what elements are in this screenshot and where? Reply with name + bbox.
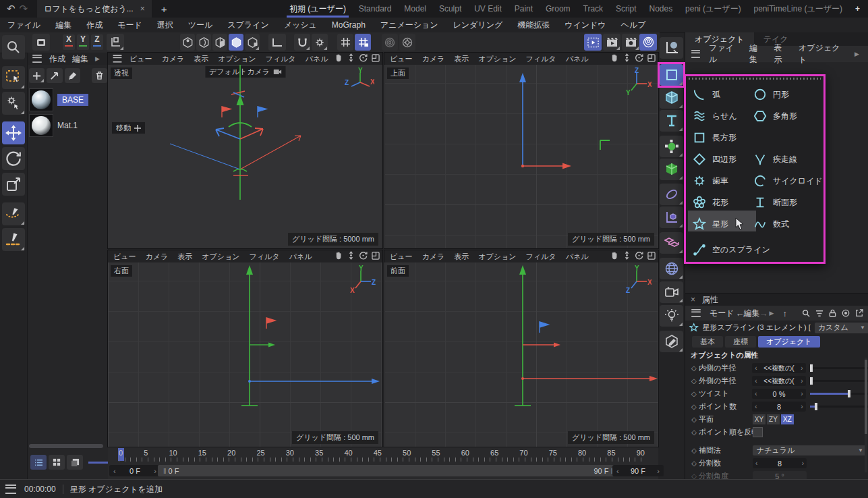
grid-toggle-button[interactable] <box>337 34 353 51</box>
live-selection-tool[interactable] <box>2 66 25 89</box>
dolly-view-icon[interactable] <box>347 251 355 260</box>
vp-menu-view[interactable]: ビュー <box>129 54 152 64</box>
vp-menu-view[interactable]: ビュー <box>390 54 413 64</box>
layout-tab-default[interactable]: 初期 (ユーザー) <box>287 0 349 18</box>
attr-up-icon[interactable]: ↑ <box>783 308 788 319</box>
vp-menu-camera[interactable]: カメラ <box>146 252 169 262</box>
jump-back-button[interactable] <box>32 34 50 51</box>
attr-section-title[interactable]: オブジェクトの属性 <box>685 348 868 362</box>
attr-search-icon[interactable] <box>802 309 810 317</box>
axis-settings-button[interactable] <box>399 34 415 51</box>
om-menu-icon[interactable] <box>691 50 700 58</box>
rotate-view-icon[interactable] <box>635 251 643 260</box>
vp-menu-display[interactable]: 表示 <box>177 252 192 262</box>
render-settings-button[interactable] <box>622 34 639 51</box>
vp-menu-filter[interactable]: フィルタ <box>526 54 556 64</box>
spline-pen-tool[interactable] <box>2 228 25 251</box>
spline-arc-tool[interactable] <box>2 202 25 225</box>
attr-lock-icon[interactable] <box>829 309 836 317</box>
vp-menu-filter[interactable]: フィルタ <box>250 252 280 262</box>
om-menu-view[interactable]: 表示 <box>774 43 790 65</box>
delete-material-button[interactable] <box>92 68 107 83</box>
vp-menu-view[interactable]: ビュー <box>390 252 413 262</box>
attr-forward-icon[interactable]: → <box>759 308 768 319</box>
layout-tab-model[interactable]: Model <box>401 0 429 18</box>
menu-animation[interactable]: アニメーション <box>373 20 446 31</box>
popup-item-arc[interactable]: 弧 <box>693 85 720 104</box>
maximize-view-icon[interactable] <box>647 54 656 62</box>
dolly-view-icon[interactable] <box>623 53 631 62</box>
vp-menu-options[interactable]: オプション <box>478 252 516 262</box>
maximize-view-icon[interactable] <box>372 54 380 62</box>
key-diamond-icon[interactable]: ◇ <box>689 403 699 410</box>
layout-tab-penitimeline[interactable]: peniTimeLine (ユーザー) <box>751 0 845 18</box>
dolly-view-icon[interactable] <box>623 251 631 260</box>
om-menu-edit[interactable]: 編集 <box>749 43 765 65</box>
layout-tab-script[interactable]: Script <box>613 0 639 18</box>
menu-extensions[interactable]: 機能拡張 <box>510 20 557 31</box>
attr-export-icon[interactable] <box>855 309 863 317</box>
material-menu-create[interactable]: 作成 <box>49 53 65 65</box>
close-icon[interactable]: × <box>140 4 145 13</box>
vp-menu-options[interactable]: オプション <box>218 54 256 64</box>
layout-tab-standard[interactable]: Standard <box>356 0 395 18</box>
environment-button[interactable] <box>660 258 683 279</box>
menu-window[interactable]: ウインドウ <box>557 20 613 31</box>
interactive-render-button[interactable] <box>639 34 657 51</box>
undo-icon[interactable]: ↶ <box>7 3 16 15</box>
key-diamond-icon[interactable]: ◇ <box>689 428 699 436</box>
axis-z-toggle[interactable]: Z <box>91 34 103 50</box>
rotate-view-icon[interactable] <box>359 53 368 62</box>
shading-lines-button[interactable] <box>229 34 243 51</box>
vp-menu-filter[interactable]: フィルタ <box>526 252 556 262</box>
popup-item-rectangle[interactable]: 長方形 <box>693 128 736 147</box>
commander-search-button[interactable] <box>2 35 25 59</box>
add-material-button[interactable] <box>29 68 45 83</box>
menu-spline[interactable]: スプライン <box>220 20 276 31</box>
viewport-menu-icon[interactable] <box>113 55 122 62</box>
render-view-button[interactable] <box>584 34 602 51</box>
popup-item-cycloid[interactable]: サイクロイド <box>753 171 823 190</box>
primitive-cube-button[interactable] <box>660 87 683 109</box>
spline-primitives-button[interactable] <box>660 64 683 86</box>
popup-item-formula[interactable]: 数式 <box>753 215 789 233</box>
attr-close-icon[interactable]: × <box>691 295 695 304</box>
material-item-mat1[interactable]: Mat.1 <box>28 113 109 138</box>
viewport-top[interactable]: ビュー カメラ 表示 オプション フィルタ パネル 上面 Z Y X グリッド間… <box>384 53 658 248</box>
instance-clone-button[interactable] <box>660 232 683 254</box>
key-diamond-icon[interactable]: ◇ <box>689 416 699 423</box>
quantize-lock-button[interactable] <box>355 34 371 51</box>
layout-tab-uvedit[interactable]: UV Edit <box>471 0 504 18</box>
reverse-checkbox[interactable] <box>753 427 763 437</box>
material-menu-edit[interactable]: 編集 <box>72 53 88 65</box>
material-scrollbar[interactable] <box>29 444 103 448</box>
menu-file[interactable]: ファイル <box>0 20 48 31</box>
material-grid-view-button[interactable] <box>49 455 65 470</box>
rotate-view-icon[interactable] <box>359 251 368 260</box>
attr-filter-icon[interactable] <box>815 310 823 317</box>
pen-tool-button[interactable] <box>660 37 683 59</box>
attr-menu-icon[interactable] <box>691 309 701 317</box>
layout-tab-track[interactable]: Track <box>581 0 606 18</box>
attr-scrollbar[interactable] <box>865 358 867 472</box>
pan-view-icon[interactable] <box>335 53 343 62</box>
points-field[interactable]: ‹8› <box>752 402 805 412</box>
attr-tab-coords[interactable]: 座標 <box>725 336 756 348</box>
menu-create[interactable]: 作成 <box>79 20 110 31</box>
menu-mesh[interactable]: メッシュ <box>277 20 324 31</box>
axis-band-button[interactable] <box>382 34 398 51</box>
viewport-perspective[interactable]: ビュー カメラ 表示 オプション フィルタ パネル 透視 デフォルトカメラ 移動 <box>108 53 382 248</box>
vp-menu-display[interactable]: 表示 <box>454 252 469 262</box>
material-menu-more-icon[interactable]: ▶ <box>95 55 100 62</box>
preset-dropdown[interactable]: カスタム▼ <box>815 323 868 333</box>
modeling-objects-button[interactable] <box>660 136 683 157</box>
menu-tools[interactable]: ツール <box>181 20 221 31</box>
snap-magnet-button[interactable] <box>294 34 310 51</box>
popup-item-star[interactable]: 星形 <box>693 215 728 233</box>
popup-item-empty-spline[interactable]: 空のスプライン <box>693 240 770 259</box>
om-menu-file[interactable]: ファイル <box>709 43 740 65</box>
plane-zy-button[interactable]: ZY <box>767 414 780 424</box>
tweak-tool[interactable] <box>2 92 25 115</box>
shading-constant-button[interactable] <box>212 34 227 51</box>
volume-pen-button[interactable] <box>660 331 683 352</box>
